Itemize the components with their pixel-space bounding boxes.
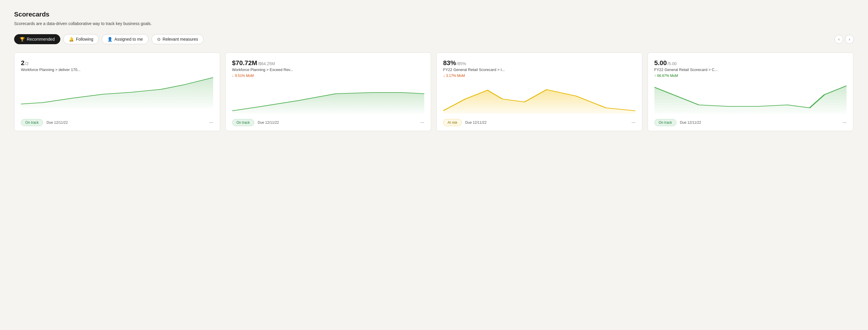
card1-status-badge: On track — [21, 119, 43, 126]
card1-metric-target: /2 — [25, 61, 29, 66]
card4-metric-main: 5.00 — [654, 59, 667, 67]
card3-mom-value: 3.17% MoM — [446, 74, 465, 78]
tab-recommended-label: Recommended — [27, 37, 55, 42]
cards-container: 2 /2 Workforce Planning > deliver 170...… — [14, 52, 854, 131]
card4-footer: On track Due 12/11/22 ··· — [654, 119, 847, 126]
tabs-row: 🏆 Recommended 🔔 Following 👤 Assigned to … — [14, 34, 854, 44]
card2-mom: ↓ 9.51% MoM — [232, 74, 425, 78]
page-subtitle: Scorecards are a data-driven collaborati… — [14, 21, 854, 26]
mom-down-arrow-3: ↓ — [443, 74, 445, 78]
card2-title: Workforce Planning > Exceed Rev... — [232, 67, 425, 72]
card4-mom-value: 66.67% MoM — [657, 74, 678, 78]
card2-more-button[interactable]: ··· — [421, 120, 424, 125]
svg-marker-1 — [232, 92, 425, 114]
card1-more-button[interactable]: ··· — [209, 120, 213, 125]
circle-check-icon: ⊙ — [157, 37, 161, 42]
nav-prev-button[interactable]: ‹ — [834, 35, 843, 44]
nav-next-button[interactable]: › — [845, 35, 854, 44]
card2-metric-target: /$64.25M — [258, 61, 275, 66]
card3-chart — [443, 81, 636, 115]
card3-more-button[interactable]: ··· — [631, 120, 635, 125]
card4-due: Due 12/11/22 — [680, 120, 701, 125]
card3-due: Due 12/11/22 — [465, 120, 486, 125]
tab-following-label: Following — [76, 37, 93, 42]
card2-chart — [232, 81, 425, 115]
card4-metric: 5.00 /5.00 — [654, 59, 847, 67]
card3-metric-target: /85% — [457, 61, 466, 66]
card4-status-badge: On track — [654, 119, 677, 126]
card3-title: FY22 General Retail Scorecard > I... — [443, 67, 636, 72]
tab-assigned-label: Assigned to me — [115, 37, 143, 42]
svg-marker-3 — [654, 86, 847, 114]
nav-arrows: ‹ › — [834, 35, 854, 44]
tab-relevant[interactable]: ⊙ Relevant measures — [152, 34, 204, 44]
card1-metric: 2 /2 — [21, 59, 213, 67]
bell-icon: 🔔 — [69, 37, 74, 42]
card3-mom: ↓ 3.17% MoM — [443, 74, 636, 78]
mom-up-arrow-4: ↑ — [654, 74, 656, 78]
card3-status-badge: At risk — [443, 119, 462, 126]
tab-recommended[interactable]: 🏆 Recommended — [14, 34, 60, 44]
person-icon: 👤 — [107, 37, 113, 42]
card4-more-button[interactable]: ··· — [843, 120, 846, 125]
card1-footer: On track Due 12/11/22 ··· — [21, 119, 213, 126]
card2-mom-value: 9.51% MoM — [235, 74, 254, 78]
card3-metric-main: 83% — [443, 59, 456, 67]
trophy-icon: 🏆 — [20, 37, 25, 42]
page-title: Scorecards — [14, 10, 854, 18]
card4-title: FY22 General Retail Scorecard > C... — [654, 67, 847, 72]
card2-footer: On track Due 12/11/22 ··· — [232, 119, 425, 126]
card4-chart — [654, 81, 847, 115]
card1-chart — [21, 76, 213, 115]
card2-due: Due 12/11/22 — [258, 120, 279, 125]
tab-relevant-label: Relevant measures — [163, 37, 198, 42]
card4-mom: ↑ 66.67% MoM — [654, 74, 847, 78]
tab-assigned[interactable]: 👤 Assigned to me — [102, 34, 149, 44]
mom-down-arrow: ↓ — [232, 74, 234, 78]
card3-metric: 83% /85% — [443, 59, 636, 67]
card1-due: Due 12/11/22 — [46, 120, 68, 125]
tab-following[interactable]: 🔔 Following — [63, 34, 99, 44]
scorecard-card-4: 5.00 /5.00 FY22 General Retail Scorecard… — [648, 52, 854, 131]
card1-title: Workforce Planning > deliver 170... — [21, 67, 213, 72]
card1-metric-main: 2 — [21, 59, 24, 67]
card2-metric-main: $70.72M — [232, 59, 257, 67]
card2-metric: $70.72M /$64.25M — [232, 59, 425, 67]
card4-metric-target: /5.00 — [667, 61, 677, 66]
scorecard-card-2: $70.72M /$64.25M Workforce Planning > Ex… — [225, 52, 431, 131]
scorecard-card-3: 83% /85% FY22 General Retail Scorecard >… — [436, 52, 642, 131]
scorecard-card-1: 2 /2 Workforce Planning > deliver 170...… — [14, 52, 220, 131]
card3-footer: At risk Due 12/11/22 ··· — [443, 119, 636, 126]
card2-status-badge: On track — [232, 119, 254, 126]
